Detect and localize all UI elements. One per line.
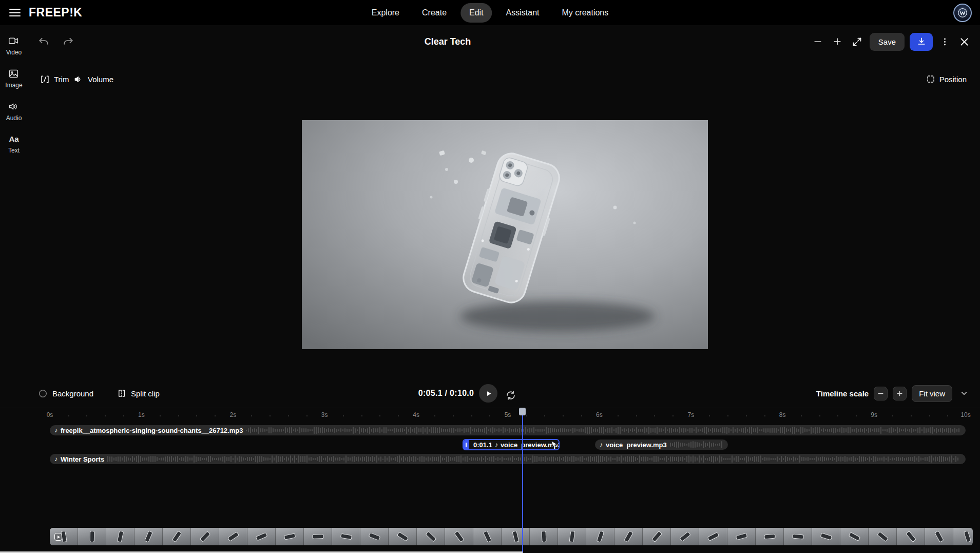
download-button[interactable] — [910, 33, 933, 51]
toolbar-right: Save — [811, 33, 972, 51]
timeline-ruler[interactable]: 0s1s2s3s4s5s6s7s8s9s10s — [0, 408, 980, 421]
ruler-tick-label: 3s — [321, 411, 328, 418]
ruler-minor-tick — [86, 415, 87, 416]
tab-assistant[interactable]: Assistant — [497, 3, 548, 23]
ruler-minor-tick — [434, 415, 435, 416]
text-icon: Aa — [9, 134, 18, 144]
trim-button[interactable]: Trim — [40, 70, 69, 88]
position-icon — [926, 74, 935, 84]
zoom-out-button[interactable] — [811, 34, 825, 49]
ruler-minor-tick — [178, 415, 179, 416]
position-button[interactable]: Position — [926, 70, 967, 88]
loop-button[interactable] — [503, 388, 518, 403]
sidebar-item-text[interactable]: Aa Text — [8, 134, 20, 154]
video-preview[interactable] — [302, 120, 708, 349]
chevron-down-icon — [959, 389, 969, 398]
redo-button[interactable] — [60, 34, 76, 50]
close-button[interactable] — [957, 34, 972, 49]
timeline-zoom-in-button[interactable] — [893, 387, 907, 401]
clip-trim-handle-left[interactable] — [464, 440, 469, 449]
filmstrip-frame — [840, 528, 869, 545]
ruler-minor-tick — [196, 415, 197, 416]
tab-edit[interactable]: Edit — [460, 3, 492, 23]
tab-create[interactable]: Create — [413, 3, 455, 23]
transport-bar: Background Split clip 0:05.1 / 0:10.0 Ti… — [0, 382, 980, 405]
filmstrip-frame — [360, 528, 389, 545]
ruler-minor-tick — [453, 415, 454, 416]
video-track-filmstrip[interactable] — [50, 528, 973, 545]
play-button[interactable] — [479, 384, 497, 403]
ruler-minor-tick — [911, 415, 912, 416]
ruler-tick-label: 10s — [960, 411, 970, 418]
tab-my-creations[interactable]: My creations — [553, 3, 618, 23]
split-clip-icon — [117, 389, 126, 398]
audio-clip-winter-sports[interactable]: ♪ Winter Sports — [50, 454, 966, 464]
sidebar-item-image[interactable]: Image — [5, 68, 22, 89]
undo-icon — [38, 36, 50, 48]
filmstrip-frame — [784, 528, 812, 545]
ruler-minor-tick — [636, 415, 637, 416]
filmstrip-frame — [530, 528, 558, 545]
music-note-icon: ♪ — [600, 442, 603, 448]
timeline-zoom-out-button[interactable] — [874, 387, 888, 401]
clip-tools-row: Trim Volume Position — [0, 70, 980, 88]
waveform — [107, 455, 961, 463]
tab-explore[interactable]: Explore — [363, 3, 408, 23]
zoom-in-button[interactable] — [830, 34, 844, 49]
download-icon — [916, 36, 927, 47]
collapse-timeline-button[interactable] — [957, 387, 971, 400]
playhead-handle[interactable] — [519, 408, 526, 415]
trim-icon — [40, 74, 50, 84]
ruler-minor-tick — [68, 415, 69, 416]
freepik-logo[interactable]: FREEP!K — [29, 6, 82, 20]
filmstrip-frame — [247, 528, 276, 545]
filmstrip-frame — [219, 528, 247, 545]
filmstrip-frame — [699, 528, 727, 545]
split-clip-button[interactable]: Split clip — [117, 382, 160, 405]
filmstrip-play-badge-icon — [54, 533, 62, 541]
more-options-button[interactable] — [938, 35, 952, 49]
plus-icon — [832, 36, 842, 47]
menu-icon[interactable] — [9, 9, 21, 16]
sidebar-item-audio[interactable]: Audio — [6, 101, 22, 122]
timeline-scale-controls: Timeline scale Fit view — [816, 382, 971, 405]
filmstrip-frame — [163, 528, 191, 545]
editor-toolbar: Clear Tech Save — [0, 25, 980, 58]
trim-label: Trim — [54, 75, 69, 84]
ruler-minor-tick — [947, 415, 948, 416]
undo-button[interactable] — [36, 34, 52, 50]
ruler-minor-tick — [581, 415, 582, 416]
volume-button[interactable]: Volume — [74, 70, 113, 88]
filmstrip-frame — [502, 528, 530, 545]
filmstrip-frame — [473, 528, 502, 545]
ruler-minor-tick — [361, 415, 362, 416]
background-label: Background — [52, 389, 93, 398]
minus-icon — [813, 36, 823, 47]
filmstrip-frame — [643, 528, 671, 545]
save-button[interactable]: Save — [870, 33, 905, 51]
avatar[interactable] — [953, 4, 972, 22]
ruler-minor-tick — [837, 415, 838, 416]
audio-clip-voice2[interactable]: ♪ voice_preview.mp3 — [595, 440, 728, 450]
fullscreen-button[interactable] — [850, 34, 864, 49]
playhead[interactable] — [522, 408, 523, 553]
audio-clip-music1[interactable]: ♪ freepik__atmospheric-singing-sound-cha… — [50, 425, 966, 435]
project-title[interactable]: Clear Tech — [425, 36, 471, 47]
ruler-minor-tick — [672, 415, 674, 416]
ruler-tick-label: 6s — [596, 411, 603, 418]
ruler-minor-tick — [618, 415, 619, 416]
ruler-minor-tick — [819, 415, 820, 416]
kebab-icon — [940, 37, 950, 47]
ruler-minor-tick — [471, 415, 472, 416]
ruler-tick-label: 7s — [687, 411, 694, 418]
background-button[interactable]: Background — [38, 382, 93, 405]
filmstrip-frame — [897, 528, 925, 545]
volume-icon — [74, 74, 84, 84]
filmstrip-frame — [586, 528, 614, 545]
filmstrip-frame — [445, 528, 473, 545]
fit-view-button[interactable]: Fit view — [912, 385, 952, 402]
filmstrip-frame — [614, 528, 643, 545]
ruler-minor-tick — [544, 415, 545, 416]
ruler-minor-tick — [526, 415, 527, 416]
audio-clip-voice-selected[interactable]: 0:01.1 ♪ voice_preview.mp3 — [463, 439, 560, 450]
